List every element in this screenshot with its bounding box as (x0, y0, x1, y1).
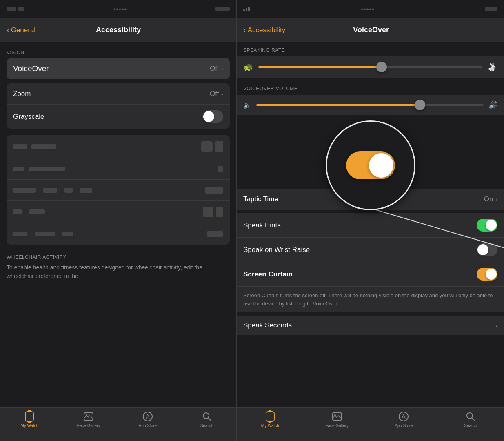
blur-1-right (201, 141, 223, 152)
speak-wrist-thumb (477, 244, 488, 255)
rabbit-icon: 🐇 (487, 62, 497, 72)
blur-1c (201, 141, 213, 152)
blur-2b (29, 167, 65, 172)
wheelchair-header: WHEELCHAIR ACTIVITY (7, 254, 230, 260)
tab-my-watch-right[interactable]: My Watch (237, 411, 304, 428)
left-panel: ●●●●● ‹ General Accessibility VISION Voi… (0, 0, 237, 441)
voiceover-volume-slider[interactable] (256, 101, 484, 109)
zoom-chevron: › (221, 91, 223, 97)
tab-face-gallery-right[interactable]: Face Gallery (304, 411, 371, 428)
voiceover-volume-label: VOICEOVER VOLUME (237, 79, 504, 95)
blur-5-right (207, 231, 223, 237)
tab-face-gallery-label-left: Face Gallery (77, 423, 100, 428)
status-battery (215, 7, 230, 11)
blur-4c (203, 207, 213, 217)
speak-group: Speak Hints Speak on Wrist Raise Screen … (237, 213, 504, 286)
right-status-right (485, 7, 497, 11)
gallery-icon-right (331, 411, 343, 422)
app-store-icon-right: A (398, 411, 409, 422)
voiceover-row[interactable]: VoiceOver Off › (7, 58, 230, 79)
speak-wrist-row[interactable]: Speak on Wrist Raise (237, 237, 504, 262)
blur-2-right (218, 166, 223, 172)
blurred-row-3[interactable] (7, 180, 230, 201)
blur-4-right (203, 207, 223, 217)
blurred-row-1[interactable] (7, 135, 230, 158)
left-back-label[interactable]: General (11, 26, 36, 34)
tab-face-gallery-label-right: Face Gallery (325, 423, 349, 428)
left-back-chevron: ‹ (7, 25, 9, 35)
rate-thumb[interactable] (376, 62, 387, 72)
svg-point-8 (334, 414, 336, 416)
speak-hints-row[interactable]: Speak Hints (237, 213, 504, 237)
tab-my-watch-label-right: My Watch (261, 423, 279, 428)
wheelchair-section: WHEELCHAIR ACTIVITY To enable health and… (0, 248, 236, 284)
magnify-overlay (326, 120, 415, 210)
tab-app-store-left[interactable]: A App Store (118, 411, 178, 428)
blur-3-right (205, 187, 223, 194)
signal-bars (243, 7, 250, 11)
screen-curtain-toggle[interactable] (477, 268, 497, 281)
watch-icon-right (264, 411, 276, 422)
gallery-icon-left (83, 411, 94, 422)
right-back-label[interactable]: Accessibility (248, 26, 286, 34)
grayscale-toggle-thumb (203, 111, 214, 122)
screen-curtain-thumb (486, 269, 497, 280)
speak-seconds-row[interactable]: Speak Seconds › (237, 316, 504, 335)
voiceover-group: VoiceOver Off › (7, 58, 230, 79)
zoom-row[interactable]: Zoom Off › (7, 83, 230, 105)
svg-text:A: A (402, 413, 406, 420)
blurred-group-1 (7, 135, 230, 245)
speak-seconds-label: Speak Seconds (243, 321, 495, 330)
blur-3d (80, 188, 92, 193)
speaking-rate-section: SPEAKING RATE 🐢 🐇 (237, 42, 504, 78)
zoom-value: Off (210, 90, 219, 98)
tab-search-right[interactable]: Search (437, 411, 504, 428)
search-icon-left (201, 411, 213, 422)
speaking-rate-slider[interactable] (258, 63, 482, 71)
vol-track (256, 104, 484, 106)
blur-3e (205, 187, 223, 194)
blurred-row-4[interactable] (7, 201, 230, 223)
grayscale-toggle[interactable] (202, 110, 223, 123)
blur-1a (13, 144, 27, 149)
speak-hints-toggle[interactable] (477, 219, 497, 232)
vol-thumb[interactable] (415, 100, 425, 110)
svg-text:A: A (146, 413, 150, 420)
blurred-row-2[interactable] (7, 158, 230, 180)
battery-right (485, 7, 497, 11)
tab-search-left[interactable]: Search (177, 411, 236, 428)
grayscale-row[interactable]: Grayscale (7, 105, 230, 129)
blur-5c (62, 232, 73, 236)
rate-track (258, 66, 482, 68)
right-content: SPEAKING RATE 🐢 🐇 VOICEOVER VOLUME 🔈 (237, 42, 504, 441)
speaker-low-icon: 🔈 (243, 101, 251, 109)
tab-face-gallery-left[interactable]: Face Gallery (59, 411, 118, 428)
left-tab-bar: My Watch Face Gallery A App Store Search (0, 407, 236, 441)
grayscale-label: Grayscale (13, 113, 202, 121)
screen-curtain-row[interactable]: Screen Curtain (237, 262, 504, 286)
screen-curtain-label: Screen Curtain (243, 270, 477, 278)
tab-app-store-right[interactable]: A App Store (371, 411, 437, 428)
right-status-bar: ●●●●● (237, 0, 504, 18)
speak-wrist-toggle[interactable] (477, 243, 497, 256)
blur-3b (43, 188, 57, 193)
left-status-bar: ●●●●● (0, 0, 236, 18)
right-nav-bar: ‹ Accessibility VoiceOver (237, 18, 504, 42)
voiceover-value: Off (210, 65, 219, 73)
left-back-button[interactable]: ‹ General (7, 25, 36, 35)
status-time-left: ●●●●● (113, 7, 127, 11)
tab-my-watch-left[interactable]: My Watch (0, 411, 59, 428)
speaking-rate-label: SPEAKING RATE (237, 47, 504, 56)
blur-5b (35, 232, 55, 236)
turtle-icon: 🐢 (243, 62, 253, 72)
speak-wrist-label: Speak on Wrist Raise (243, 246, 477, 254)
blur-4d (216, 207, 223, 217)
blur-2c (218, 166, 223, 172)
right-back-button[interactable]: ‹ Accessibility (243, 25, 285, 35)
blurred-row-5[interactable] (7, 223, 230, 245)
left-nav-bar: ‹ General Accessibility (0, 18, 236, 42)
zoom-label: Zoom (13, 90, 210, 98)
wheelchair-text: To enable health and fitness features de… (7, 263, 230, 281)
right-nav-title: VoiceOver (285, 26, 457, 34)
right-status-center: ●●●●● (361, 7, 374, 11)
